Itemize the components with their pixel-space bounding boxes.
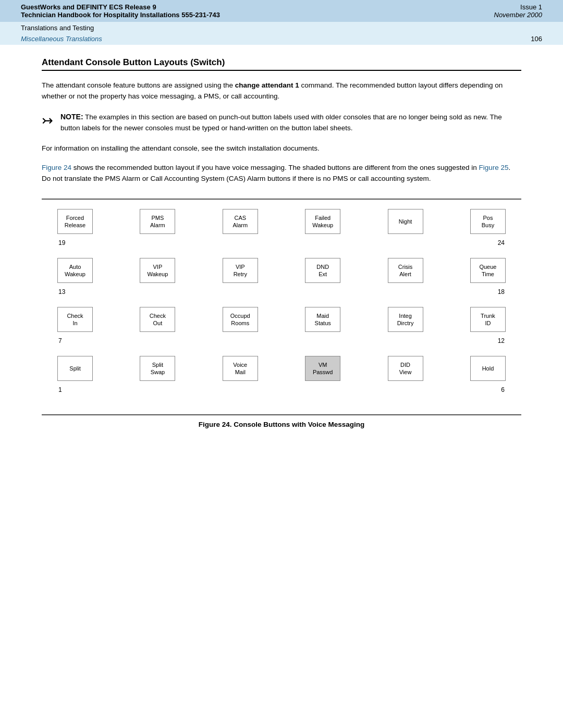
btn-integ-dirctry: IntegDirctry — [388, 307, 423, 332]
breadcrumb-translations: Translations and Testing — [21, 24, 94, 32]
row3-left-num: 7 — [58, 337, 62, 344]
row3-right-num: 12 — [498, 337, 505, 344]
btn-dnd-ext: DNDExt — [305, 258, 340, 283]
note-label: NOTE: — [60, 113, 83, 121]
figure25-link[interactable]: Figure 25 — [479, 164, 509, 171]
btn-vip-retry: VIPRetry — [223, 258, 258, 283]
btn-vm-passwd: VMPasswd — [305, 356, 340, 381]
row2-labels: 13 18 — [57, 288, 506, 295]
button-grid-row3: CheckIn CheckOut OccupdRooms MaidStatus … — [57, 307, 506, 332]
btn-vip-wakeup: VIPWakeup — [140, 258, 175, 283]
button-row-2: AutoWakeup VIPWakeup VIPRetry DNDExt Cri… — [57, 258, 506, 295]
button-grid-row1: ForcedRelease PMSAlarm CASAlarm FailedWa… — [57, 209, 506, 234]
row2-right-num: 18 — [498, 288, 505, 295]
button-grid-row2: AutoWakeup VIPWakeup VIPRetry DNDExt Cri… — [57, 258, 506, 283]
para3: Figure 24 shows the recommended button l… — [42, 163, 521, 184]
button-grid-row4: Split SplitSwap VoiceMail VMPasswd DIDVi… — [57, 356, 506, 381]
header-date: November 2000 — [494, 11, 543, 19]
header: GuestWorks and DEFINITY ECS Release 9 Is… — [0, 0, 563, 22]
page-number: 106 — [531, 35, 542, 43]
button-row-1: ForcedRelease PMSAlarm CASAlarm FailedWa… — [57, 209, 506, 246]
btn-maid-status: MaidStatus — [305, 307, 340, 332]
figure-caption: Figure 24. Console Buttons with Voice Me… — [42, 421, 521, 428]
btn-pms-alarm: PMSAlarm — [140, 209, 175, 234]
btn-hold: Hold — [470, 356, 506, 381]
btn-split: Split — [57, 356, 93, 381]
subheader-bottom: Miscellaneous Translations 106 — [0, 34, 563, 45]
btn-forced-release: ForcedRelease — [57, 209, 93, 234]
row4-labels: 1 6 — [57, 386, 506, 393]
btn-occupd-rooms: OccupdRooms — [223, 307, 258, 332]
row4-right-num: 6 — [501, 386, 505, 393]
figure-box: ForcedRelease PMSAlarm CASAlarm FailedWa… — [42, 199, 521, 415]
btn-check-out: CheckOut — [140, 307, 175, 332]
btn-failed-wakeup: FailedWakeup — [305, 209, 340, 234]
btn-cas-alarm: CASAlarm — [223, 209, 258, 234]
btn-crisis-alert: CrisisAlert — [388, 258, 423, 283]
para1: The attendant console feature buttons ar… — [42, 80, 521, 102]
breadcrumb-misc: Miscellaneous Translations — [21, 35, 102, 43]
btn-voice-mail: VoiceMail — [223, 356, 258, 381]
note-content: NOTE: The examples in this section are b… — [60, 112, 521, 134]
header-issue: Issue 1 — [520, 3, 542, 11]
btn-night: Night — [388, 209, 423, 234]
row4-left-num: 1 — [58, 386, 62, 393]
para2: For information on installing the attend… — [42, 143, 521, 154]
button-row-4: Split SplitSwap VoiceMail VMPasswd DIDVi… — [57, 356, 506, 393]
btn-pos-busy: PosBusy — [470, 209, 506, 234]
btn-queue-time: QueueTime — [470, 258, 506, 283]
btn-trunk-id: TrunkID — [470, 307, 506, 332]
subheader: Translations and Testing — [0, 22, 563, 34]
row1-left-num: 19 — [58, 239, 65, 246]
main-content: Attendant Console Button Layouts (Switch… — [0, 45, 563, 449]
btn-split-swap: SplitSwap — [140, 356, 175, 381]
btn-did-view: DIDView — [388, 356, 423, 381]
row3-labels: 7 12 — [57, 337, 506, 344]
section-heading: Attendant Console Button Layouts (Switch… — [42, 57, 521, 71]
figure24-link[interactable]: Figure 24 — [42, 164, 71, 171]
header-title-left: GuestWorks and DEFINITY ECS Release 9 — [21, 3, 156, 11]
header-subtitle-left: Technician Handbook for Hospitality Inst… — [21, 11, 220, 19]
note-text: The examples in this section are based o… — [60, 113, 502, 132]
note-block: ↣ NOTE: The examples in this section are… — [42, 112, 521, 134]
btn-check-in: CheckIn — [57, 307, 93, 332]
btn-auto-wakeup: AutoWakeup — [57, 258, 93, 283]
row1-right-num: 24 — [498, 239, 505, 246]
row1-labels: 19 24 — [57, 239, 506, 246]
row2-left-num: 13 — [58, 288, 65, 295]
note-icon: ↣ — [42, 113, 53, 129]
button-row-3: CheckIn CheckOut OccupdRooms MaidStatus … — [57, 307, 506, 344]
